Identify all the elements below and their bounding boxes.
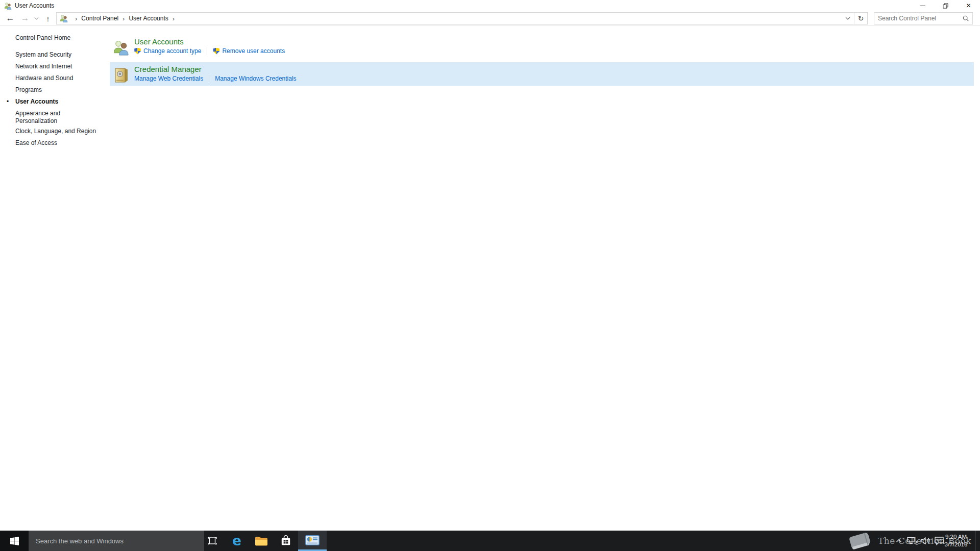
start-button[interactable] (0, 531, 29, 551)
sidebar-item-programs[interactable]: Programs (15, 86, 97, 94)
section-body: Credential Manager Manage Web Credential… (134, 64, 297, 86)
clock-time: 9:20 AM (941, 533, 971, 541)
address-bar[interactable]: › Control Panel › User Accounts › ↻ (56, 12, 868, 24)
sidebar-item-system-and-security[interactable]: System and Security (15, 51, 97, 59)
content-area: Control Panel Home System and Security N… (0, 27, 980, 531)
link-divider (209, 75, 209, 82)
sidebar-item-ease-of-access[interactable]: Ease of Access (15, 139, 97, 147)
refresh-button[interactable]: ↻ (854, 13, 867, 24)
network-icon (907, 536, 918, 545)
section-body: User Accounts Change account type Remove… (134, 37, 285, 58)
recent-pages-button[interactable] (32, 11, 41, 26)
control-panel-window: User Accounts ✕ ← → ↑ › Control Panel › … (0, 0, 980, 531)
network-tray-button[interactable] (906, 531, 919, 551)
taskbar-search-input[interactable] (29, 537, 204, 545)
manage-windows-credentials-link[interactable]: Manage Windows Credentials (215, 75, 296, 82)
section-links: Change account type Remove user accounts (134, 47, 285, 55)
remove-user-accounts-link[interactable]: Remove user accounts (213, 47, 285, 55)
store-button[interactable] (274, 531, 298, 551)
vault-icon (113, 67, 129, 83)
clock-date: 3/7/2016 (941, 541, 971, 548)
hidden-icons-button[interactable] (893, 531, 904, 551)
windows-logo-icon (10, 537, 19, 545)
back-button[interactable]: ← (3, 11, 17, 26)
sidebar-item-appearance-and-personalization[interactable]: Appearance and Personalization (15, 110, 89, 125)
sidebar-item-control-panel-home[interactable]: Control Panel Home (15, 34, 97, 42)
up-button[interactable]: ↑ (42, 11, 54, 26)
link-label: Change account type (143, 47, 201, 55)
search-icon[interactable] (959, 15, 972, 22)
chevron-down-icon (845, 17, 850, 20)
file-explorer-button[interactable] (249, 531, 274, 551)
store-icon (280, 535, 292, 547)
manage-web-credentials-link[interactable]: Manage Web Credentials (134, 75, 203, 82)
minimize-button[interactable] (911, 0, 934, 11)
active-item-bullet: • (7, 98, 9, 105)
book-icon (847, 530, 876, 551)
screen: User Accounts ✕ ← → ↑ › Control Panel › … (0, 0, 980, 551)
user-accounts-icon (4, 2, 12, 10)
volume-icon (920, 536, 932, 545)
volume-tray-button[interactable] (920, 531, 932, 551)
taskbar-search-box (29, 531, 204, 551)
sidebar-item-hardware-and-sound[interactable]: Hardware and Sound (15, 74, 97, 82)
uac-shield-icon (213, 48, 219, 55)
edge-button[interactable]: e (225, 531, 249, 551)
search-box (874, 12, 973, 24)
restore-button[interactable] (934, 0, 957, 11)
minimize-icon (920, 6, 925, 6)
restore-icon (943, 3, 948, 9)
change-account-type-link[interactable]: Change account type (134, 47, 201, 55)
navigation-bar: ← → ↑ › Control Panel › User Accounts › … (0, 11, 980, 26)
link-divider (207, 47, 207, 55)
breadcrumb-separator: › (71, 15, 81, 22)
breadcrumb-separator: › (168, 15, 179, 22)
close-button[interactable]: ✕ (957, 0, 980, 11)
taskbar: e The Collection Book 9:20 AM (0, 531, 980, 551)
uac-shield-icon (134, 48, 141, 55)
file-explorer-icon (255, 536, 268, 546)
taskbar-clock[interactable]: 9:20 AM 3/7/2016 (941, 533, 971, 548)
sidebar-item-network-and-internet[interactable]: Network and Internet (15, 63, 97, 70)
section-credential-manager: Credential Manager Manage Web Credential… (110, 62, 974, 86)
control-panel-icon (60, 14, 68, 22)
task-view-icon (206, 535, 218, 547)
breadcrumb-control-panel[interactable]: Control Panel (81, 15, 118, 22)
sidebar-item-clock-language-region[interactable]: Clock, Language, and Region (15, 128, 107, 135)
link-label: Remove user accounts (222, 47, 285, 55)
edge-icon: e (232, 534, 241, 547)
show-desktop-button[interactable] (975, 531, 980, 551)
search-input[interactable] (874, 15, 959, 22)
user-accounts-taskbar-button[interactable] (298, 531, 327, 551)
user-accounts-heading-link[interactable]: User Accounts (134, 37, 184, 46)
chevron-up-icon (896, 539, 902, 543)
user-accounts-window-icon (305, 535, 320, 545)
link-label: Manage Web Credentials (134, 75, 203, 82)
breadcrumb-user-accounts[interactable]: User Accounts (129, 15, 168, 22)
users-icon (113, 39, 129, 56)
chevron-down-icon (34, 17, 39, 20)
section-links: Manage Web Credentials Manage Windows Cr… (134, 75, 297, 82)
breadcrumb-separator: › (118, 15, 129, 22)
address-dropdown-button[interactable] (842, 13, 854, 24)
link-label: Manage Windows Credentials (215, 75, 296, 82)
window-title: User Accounts (15, 2, 54, 9)
forward-button[interactable]: → (18, 11, 32, 26)
section-user-accounts: User Accounts Change account type Remove… (110, 35, 974, 58)
sidebar-item-user-accounts[interactable]: User Accounts (15, 98, 97, 106)
titlebar: User Accounts ✕ (0, 0, 980, 11)
task-view-button[interactable] (200, 531, 225, 551)
caption-buttons: ✕ (911, 0, 980, 11)
credential-manager-heading-link[interactable]: Credential Manager (134, 64, 202, 74)
